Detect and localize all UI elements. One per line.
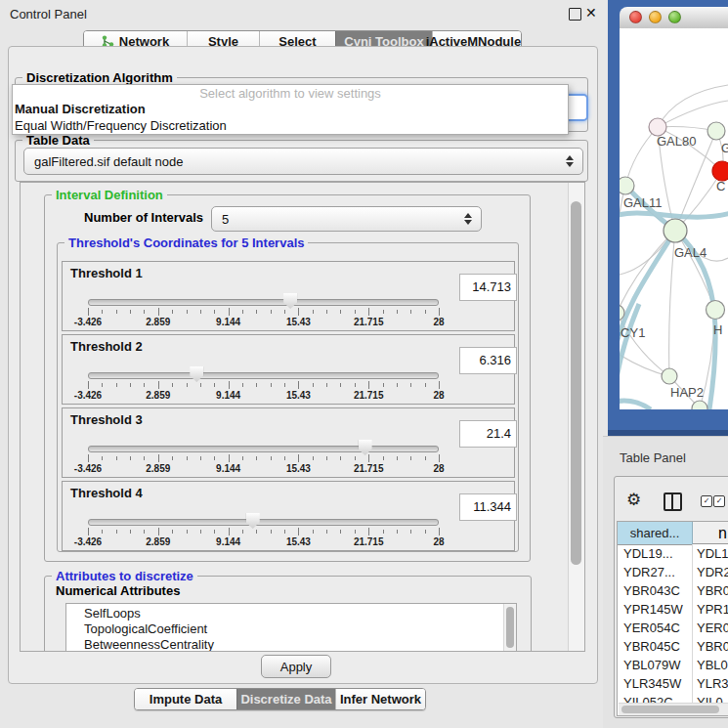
threshold-1-label: Threshold 1 (70, 266, 143, 280)
table-row[interactable]: YBR043CYBR0 (618, 581, 728, 600)
slider-thumb[interactable] (190, 366, 203, 382)
control-panel-titlebar: Control Panel ✕ (0, 0, 603, 27)
table-row[interactable]: YLR345WYLR3 (618, 674, 728, 693)
node-gal4[interactable] (664, 219, 687, 242)
table-horizontal-scrollbar[interactable] (619, 703, 728, 715)
threshold-4-panel: Threshold 4 -3.4262.8599.14415.4321.7152… (62, 481, 515, 551)
combo-spinner-icon (464, 213, 472, 225)
tab-infer-network[interactable]: Infer Network (335, 689, 425, 709)
slider-tick-labels: -3.4262.8599.14415.4321.71528 (88, 317, 439, 328)
slider-tick-labels: -3.4262.8599.14415.4321.71528 (88, 390, 439, 402)
attributes-group-title: Attributes to discretize (52, 569, 197, 583)
table-data-combobox-value: galFiltered.sif default node (24, 154, 566, 169)
close-window-icon[interactable]: ✕ (585, 5, 597, 21)
slider-tick-labels: -3.4262.8599.14415.4321.71528 (88, 536, 439, 548)
gear-icon[interactable]: ⚙ (626, 490, 641, 510)
dropdown-option-equal-width-frequency[interactable]: Equal Width/Frequency Discretization (13, 117, 568, 134)
threshold-coordinates-group-title: Threshold's Coordinates for 5 Intervals (64, 236, 308, 250)
numerical-attributes-label: Numerical Attributes (56, 583, 180, 598)
threshold-4-slider[interactable]: -3.4262.8599.14415.4321.71528 (88, 511, 439, 548)
algorithm-dropdown-popup: Select algorithm to view settings Manual… (12, 84, 569, 135)
list-item[interactable]: BetweennessCentrality (66, 637, 516, 652)
network-node-labels: GAL80 GA C GAL11 GAL4 GCY1 H HAP2 (620, 134, 728, 400)
table-row[interactable]: YBL079WYBL0 (618, 656, 728, 674)
slider-track[interactable] (88, 372, 439, 379)
list-item[interactable]: SelfLoops (66, 604, 516, 621)
node-ga[interactable] (707, 122, 725, 140)
threshold-2-slider[interactable]: -3.4262.8599.14415.4321.71528 (88, 364, 439, 402)
threshold-3-slider[interactable]: -3.4262.8599.14415.4321.71528 (88, 438, 439, 475)
node-gal11[interactable] (620, 177, 634, 194)
zoom-traffic-light-icon[interactable] (668, 11, 681, 23)
checkbox-icon[interactable]: ✓ (713, 495, 725, 507)
table-horizontal-scrollbar-thumb[interactable] (621, 706, 719, 713)
bottom-tab-bar: Impute Data Discretize Data Infer Networ… (134, 688, 426, 710)
column-header-name[interactable]: n (693, 522, 728, 544)
discretization-algorithm-group-title: Discretization Algorithm (22, 70, 177, 85)
threshold-4-label: Threshold 4 (70, 486, 143, 500)
minimize-traffic-light-icon[interactable] (649, 11, 662, 23)
columns-icon[interactable] (664, 492, 682, 511)
table-data-combobox[interactable]: galFiltered.sif default node (23, 148, 583, 175)
threshold-1-value-field[interactable]: 14.713 (459, 274, 517, 301)
table-row[interactable]: YBR045CYBR0 (618, 637, 728, 656)
network-canvas[interactable]: GAL80 GA C GAL11 GAL4 GCY1 H HAP2 (620, 28, 728, 409)
number-of-intervals-label: Number of Intervals (84, 210, 203, 225)
network-window-titlebar[interactable] (620, 7, 728, 29)
threshold-1-panel: Threshold 1 -3.4262.8599.14415.4321.7152… (62, 261, 515, 331)
table-row[interactable]: YDL19...YDL1 (618, 544, 728, 563)
slider-thumb[interactable] (246, 513, 260, 529)
list-scrollbar-thumb[interactable] (506, 607, 514, 648)
number-of-intervals-value: 5 (212, 212, 464, 227)
number-of-intervals-combobox[interactable]: 5 (211, 206, 482, 232)
dropdown-option-manual-discretization[interactable]: Manual Discretization (13, 101, 568, 117)
list-item[interactable]: TopologicalCoefficient (66, 621, 516, 637)
close-traffic-light-icon[interactable] (629, 11, 642, 23)
slider-track[interactable] (88, 519, 439, 526)
node-label: H (713, 322, 722, 337)
node-attribute-table[interactable]: shared... n YDL19...YDL1 YDR27...YDR2 YB… (617, 521, 728, 716)
slider-ticks (88, 308, 439, 316)
slider-ticks (88, 381, 439, 389)
threshold-3-value-field[interactable]: 21.4 (459, 420, 517, 448)
node-label: HAP2 (670, 385, 704, 400)
settings-scrollbar[interactable] (568, 183, 584, 651)
threshold-3-label: Threshold 3 (70, 412, 143, 427)
checkbox-icon[interactable]: ✓ (701, 495, 712, 507)
list-scrollbar[interactable] (503, 604, 516, 652)
table-row[interactable]: YER054CYER0 (618, 619, 728, 637)
numerical-attributes-list[interactable]: SelfLoops TopologicalCoefficient Between… (65, 603, 517, 652)
slider-thumb[interactable] (359, 440, 372, 455)
node-h[interactable] (707, 301, 725, 320)
interval-definition-group-title: Interval Definition (52, 188, 167, 202)
combo-spinner-icon (566, 155, 574, 167)
threshold-2-value-field[interactable]: 6.316 (459, 347, 517, 374)
slider-track[interactable] (88, 299, 439, 306)
settings-scrollbar-thumb[interactable] (571, 201, 581, 565)
node-label: GCY1 (620, 325, 645, 340)
dropdown-prompt: Select algorithm to view settings (13, 85, 568, 101)
tab-discretize-data[interactable]: Discretize Data (236, 689, 335, 709)
float-window-icon[interactable] (569, 8, 581, 21)
table-row[interactable]: YDR27...YDR2 (618, 563, 728, 581)
node-highlighted-red[interactable] (712, 161, 728, 181)
node-hap2[interactable] (662, 368, 677, 384)
control-panel-title: Control Panel (10, 7, 87, 21)
threshold-1-slider[interactable]: -3.4262.8599.14415.4321.71528 (88, 291, 439, 328)
slider-track[interactable] (88, 446, 439, 452)
table-data-group-title: Table Data (22, 133, 94, 148)
column-header-shared-name[interactable]: shared... (618, 522, 693, 545)
threshold-3-panel: Threshold 3 -3.4262.8599.14415.4321.7152… (62, 407, 515, 478)
slider-ticks (88, 528, 439, 535)
slider-thumb[interactable] (283, 293, 297, 309)
slider-tick-labels: -3.4262.8599.14415.4321.71528 (88, 463, 439, 475)
tab-impute-data[interactable]: Impute Data (135, 689, 236, 709)
node-label: GAL80 (657, 134, 696, 149)
node-label: GA (721, 141, 728, 155)
threshold-4-value-field[interactable]: 11.344 (459, 493, 517, 521)
apply-button[interactable]: Apply (261, 655, 331, 678)
threshold-2-panel: Threshold 2 -3.4262.8599.14415.4321.7152… (62, 334, 515, 405)
node-label: C (716, 179, 725, 193)
table-panel-title: Table Panel (620, 450, 686, 465)
table-row[interactable]: YPR145WYPR1 (618, 600, 728, 619)
